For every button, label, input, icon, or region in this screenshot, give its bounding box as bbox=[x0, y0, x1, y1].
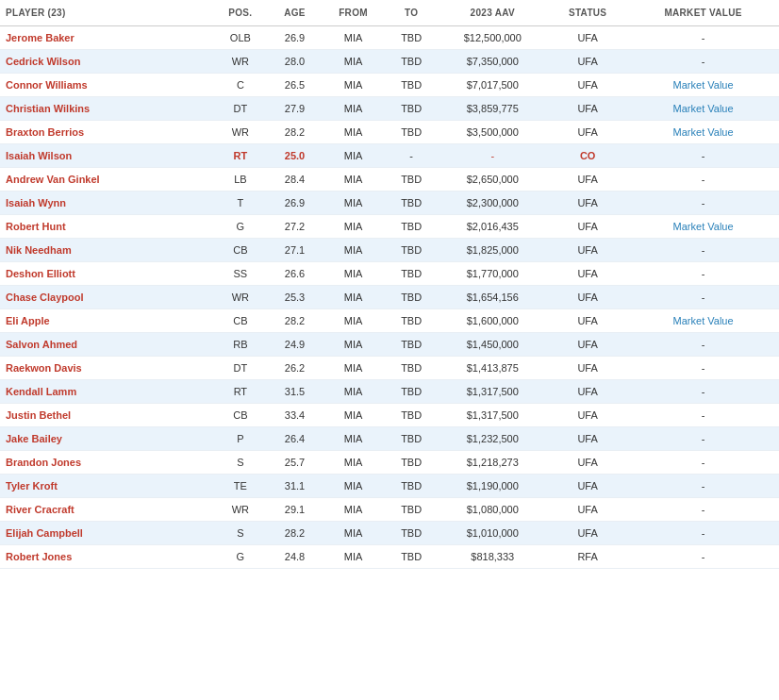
player-to: TBD bbox=[386, 121, 438, 144]
player-from: MIA bbox=[321, 427, 386, 451]
player-name[interactable]: Deshon Elliott bbox=[0, 262, 212, 286]
table-row: Kendall LammRT31.5MIATBD$1,317,500UFA- bbox=[0, 380, 779, 404]
player-market-value: - bbox=[627, 144, 779, 168]
player-aav: $2,300,000 bbox=[437, 192, 548, 215]
player-age: 26.9 bbox=[269, 192, 322, 215]
player-market-value[interactable]: Market Value bbox=[627, 97, 779, 121]
player-from: MIA bbox=[321, 239, 386, 262]
player-pos: CB bbox=[212, 309, 269, 333]
table-row: Eli AppleCB28.2MIATBD$1,600,000UFAMarket… bbox=[0, 309, 779, 333]
player-pos: WR bbox=[212, 286, 269, 309]
player-to: TBD bbox=[386, 451, 438, 475]
player-market-value[interactable]: Market Value bbox=[627, 74, 779, 97]
player-pos: RB bbox=[212, 333, 269, 357]
player-market-value[interactable]: Market Value bbox=[627, 121, 779, 144]
player-aav: $3,500,000 bbox=[437, 121, 548, 144]
player-from: MIA bbox=[321, 522, 386, 545]
player-pos: LB bbox=[212, 168, 269, 192]
player-age: 28.2 bbox=[269, 121, 322, 144]
player-aav: $1,317,500 bbox=[437, 380, 548, 404]
player-name[interactable]: Raekwon Davis bbox=[0, 357, 212, 380]
player-market-value: - bbox=[627, 26, 779, 50]
player-market-value[interactable]: Market Value bbox=[627, 309, 779, 333]
table-row: Salvon AhmedRB24.9MIATBD$1,450,000UFA- bbox=[0, 333, 779, 357]
player-name[interactable]: Braxton Berrios bbox=[0, 121, 212, 144]
player-name[interactable]: Isaiah Wilson bbox=[0, 144, 212, 168]
player-aav: $2,016,435 bbox=[437, 215, 548, 239]
player-name[interactable]: Kendall Lamm bbox=[0, 380, 212, 404]
aav-col-header: 2023 AAV bbox=[437, 0, 548, 26]
table-row: Christian WilkinsDT27.9MIATBD$3,859,775U… bbox=[0, 97, 779, 121]
player-name[interactable]: Justin Bethel bbox=[0, 404, 212, 427]
player-status: UFA bbox=[548, 522, 627, 545]
player-col-header: PLAYER (23) bbox=[0, 0, 212, 26]
player-market-value: - bbox=[627, 498, 779, 522]
player-from: MIA bbox=[321, 121, 386, 144]
player-name[interactable]: Chase Claypool bbox=[0, 286, 212, 309]
market-value-link[interactable]: Market Value bbox=[673, 79, 734, 91]
player-market-value: - bbox=[627, 262, 779, 286]
player-from: MIA bbox=[321, 475, 386, 498]
player-name[interactable]: Eli Apple bbox=[0, 309, 212, 333]
player-to: TBD bbox=[386, 498, 438, 522]
player-name[interactable]: Salvon Ahmed bbox=[0, 333, 212, 357]
player-market-value: - bbox=[627, 286, 779, 309]
player-status: UFA bbox=[548, 192, 627, 215]
player-name[interactable]: Jerome Baker bbox=[0, 26, 212, 50]
player-name[interactable]: Brandon Jones bbox=[0, 451, 212, 475]
table-row: Tyler KroftTE31.1MIATBD$1,190,000UFA- bbox=[0, 475, 779, 498]
player-name[interactable]: Elijah Campbell bbox=[0, 522, 212, 545]
player-to: TBD bbox=[386, 26, 438, 50]
player-age: 26.5 bbox=[269, 74, 322, 97]
player-market-value[interactable]: Market Value bbox=[627, 215, 779, 239]
player-from: MIA bbox=[321, 192, 386, 215]
player-age: 29.1 bbox=[269, 498, 322, 522]
player-aav: $1,190,000 bbox=[437, 475, 548, 498]
market-value-link[interactable]: Market Value bbox=[673, 221, 734, 232]
player-name[interactable]: Robert Jones bbox=[0, 545, 212, 569]
player-status: UFA bbox=[548, 26, 627, 50]
player-aav: $7,017,500 bbox=[437, 74, 548, 97]
player-status: UFA bbox=[548, 239, 627, 262]
table-row: Deshon ElliottSS26.6MIATBD$1,770,000UFA- bbox=[0, 262, 779, 286]
player-pos: WR bbox=[212, 498, 269, 522]
player-name[interactable]: Christian Wilkins bbox=[0, 97, 212, 121]
player-name[interactable]: Isaiah Wynn bbox=[0, 192, 212, 215]
player-aav: $2,650,000 bbox=[437, 168, 548, 192]
player-name[interactable]: River Cracraft bbox=[0, 498, 212, 522]
player-pos: DT bbox=[212, 357, 269, 380]
player-status: UFA bbox=[548, 427, 627, 451]
player-name[interactable]: Tyler Kroft bbox=[0, 475, 212, 498]
player-market-value: - bbox=[627, 427, 779, 451]
player-pos: WR bbox=[212, 50, 269, 74]
player-pos: G bbox=[212, 545, 269, 569]
player-to: TBD bbox=[386, 309, 438, 333]
player-from: MIA bbox=[321, 545, 386, 569]
player-name[interactable]: Robert Hunt bbox=[0, 215, 212, 239]
market-value-link[interactable]: Market Value bbox=[673, 315, 734, 326]
player-name[interactable]: Jake Bailey bbox=[0, 427, 212, 451]
player-to: TBD bbox=[386, 475, 438, 498]
player-status: UFA bbox=[548, 262, 627, 286]
player-name[interactable]: Connor Williams bbox=[0, 74, 212, 97]
player-status: UFA bbox=[548, 50, 627, 74]
player-market-value: - bbox=[627, 522, 779, 545]
table-row: Nik NeedhamCB27.1MIATBD$1,825,000UFA- bbox=[0, 239, 779, 262]
player-pos: RT bbox=[212, 380, 269, 404]
player-market-value: - bbox=[627, 357, 779, 380]
player-pos: S bbox=[212, 451, 269, 475]
player-age: 28.2 bbox=[269, 522, 322, 545]
player-status: UFA bbox=[548, 475, 627, 498]
player-name[interactable]: Andrew Van Ginkel bbox=[0, 168, 212, 192]
table-row: Raekwon DavisDT26.2MIATBD$1,413,875UFA- bbox=[0, 357, 779, 380]
player-name[interactable]: Cedrick Wilson bbox=[0, 50, 212, 74]
market-value-link[interactable]: Market Value bbox=[673, 126, 734, 138]
player-aav: $1,080,000 bbox=[437, 498, 548, 522]
market-value-link[interactable]: Market Value bbox=[673, 103, 734, 114]
player-name[interactable]: Nik Needham bbox=[0, 239, 212, 262]
player-from: MIA bbox=[321, 74, 386, 97]
player-from: MIA bbox=[321, 262, 386, 286]
player-pos: C bbox=[212, 74, 269, 97]
player-status: UFA bbox=[548, 404, 627, 427]
table-row: Isaiah WynnT26.9MIATBD$2,300,000UFA- bbox=[0, 192, 779, 215]
